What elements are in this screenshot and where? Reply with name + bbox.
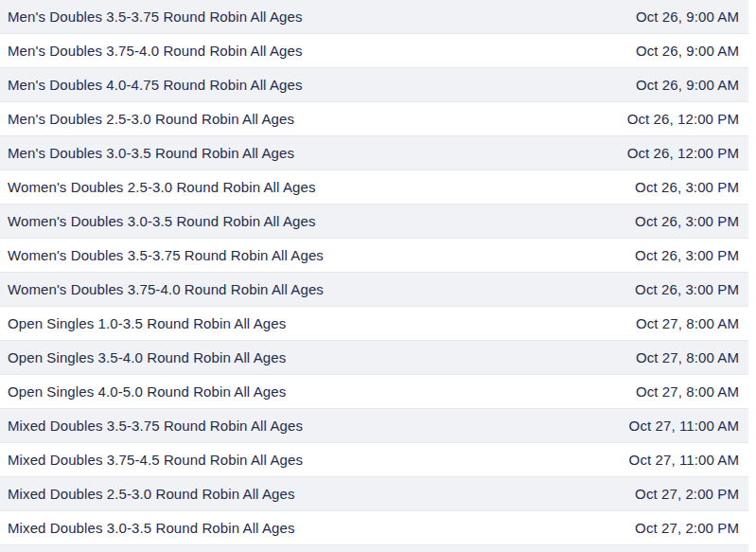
event-row[interactable]: Mixed Doubles 3.0-3.5 Round Robin All Ag… (0, 511, 748, 545)
event-name: Open Singles 3.5-4.0 Round Robin All Age… (8, 341, 286, 375)
event-name: Women's Doubles 2.5-3.0 Round Robin All … (8, 170, 316, 205)
event-datetime: Oct 27, 8:00 AM (636, 341, 739, 375)
event-row[interactable]: Open Singles 1.0-3.5 Round Robin All Age… (0, 307, 748, 341)
event-row[interactable]: Men's Doubles 3.0-3.5 Round Robin All Ag… (0, 136, 748, 170)
event-datetime: Oct 27, 8:00 AM (636, 307, 739, 341)
event-datetime: Oct 27, 2:00 PM (635, 477, 739, 511)
event-row[interactable]: Women's Doubles 3.5-3.75 Round Robin All… (0, 239, 748, 273)
event-datetime: Oct 27, 8:00 AM (636, 375, 739, 409)
event-row[interactable]: Men's Doubles 3.75-4.0 Round Robin All A… (0, 34, 748, 68)
event-datetime: Oct 27, 11:00 AM (629, 443, 739, 477)
event-datetime: Oct 26, 3:00 PM (635, 239, 739, 273)
event-name: Women's Doubles 3.5-3.75 Round Robin All… (8, 239, 324, 273)
event-rows-container: Men's Doubles 3.5-3.75 Round Robin All A… (0, 0, 748, 545)
event-name: Women's Doubles 3.75-4.0 Round Robin All… (8, 273, 324, 307)
event-schedule-list: Men's Doubles 3.5-3.75 Round Robin All A… (0, 0, 748, 552)
event-name: Men's Doubles 4.0-4.75 Round Robin All A… (8, 68, 303, 102)
event-row[interactable]: Men's Doubles 3.5-3.75 Round Robin All A… (0, 0, 748, 34)
event-name: Women's Doubles 3.0-3.5 Round Robin All … (8, 205, 316, 239)
event-row[interactable]: Open Singles 3.5-4.0 Round Robin All Age… (0, 341, 748, 375)
event-name: Open Singles 4.0-5.0 Round Robin All Age… (8, 375, 286, 409)
event-name: Mixed Doubles 2.5-3.0 Round Robin All Ag… (8, 477, 295, 511)
event-datetime: Oct 26, 9:00 AM (636, 0, 739, 34)
event-name: Mixed Doubles 3.75-4.5 Round Robin All A… (8, 443, 303, 477)
event-datetime: Oct 26, 3:00 PM (635, 205, 739, 239)
event-row[interactable]: Mixed Doubles 3.5-3.75 Round Robin All A… (0, 409, 748, 443)
event-datetime: Oct 26, 12:00 PM (627, 102, 739, 136)
event-row[interactable]: Women's Doubles 3.0-3.5 Round Robin All … (0, 205, 748, 239)
event-row[interactable]: Men's Doubles 2.5-3.0 Round Robin All Ag… (0, 102, 748, 136)
event-datetime: Oct 26, 9:00 AM (636, 68, 739, 102)
event-datetime: Oct 26, 3:00 PM (635, 273, 739, 307)
event-name: Men's Doubles 3.5-3.75 Round Robin All A… (8, 0, 303, 34)
event-row[interactable]: Mixed Doubles 2.5-3.0 Round Robin All Ag… (0, 477, 748, 511)
event-row[interactable]: Mixed Doubles 3.75-4.5 Round Robin All A… (0, 443, 748, 477)
event-row[interactable]: Women's Doubles 3.75-4.0 Round Robin All… (0, 273, 748, 307)
event-row-partial (0, 545, 748, 552)
event-name: Open Singles 1.0-3.5 Round Robin All Age… (8, 307, 286, 341)
event-row[interactable]: Women's Doubles 2.5-3.0 Round Robin All … (0, 170, 748, 205)
event-datetime: Oct 26, 9:00 AM (636, 34, 739, 68)
event-name: Men's Doubles 3.0-3.5 Round Robin All Ag… (8, 136, 294, 170)
event-datetime: Oct 26, 3:00 PM (635, 170, 739, 205)
event-datetime: Oct 27, 2:00 PM (635, 511, 739, 545)
event-row[interactable]: Open Singles 4.0-5.0 Round Robin All Age… (0, 375, 748, 409)
event-name: Men's Doubles 3.75-4.0 Round Robin All A… (8, 34, 303, 68)
event-datetime: Oct 27, 11:00 AM (629, 409, 739, 443)
event-name: Men's Doubles 2.5-3.0 Round Robin All Ag… (8, 102, 294, 136)
event-name: Mixed Doubles 3.5-3.75 Round Robin All A… (8, 409, 303, 443)
event-name: Mixed Doubles 3.0-3.5 Round Robin All Ag… (8, 511, 295, 545)
event-row[interactable]: Men's Doubles 4.0-4.75 Round Robin All A… (0, 68, 748, 102)
event-datetime: Oct 26, 12:00 PM (627, 136, 739, 170)
